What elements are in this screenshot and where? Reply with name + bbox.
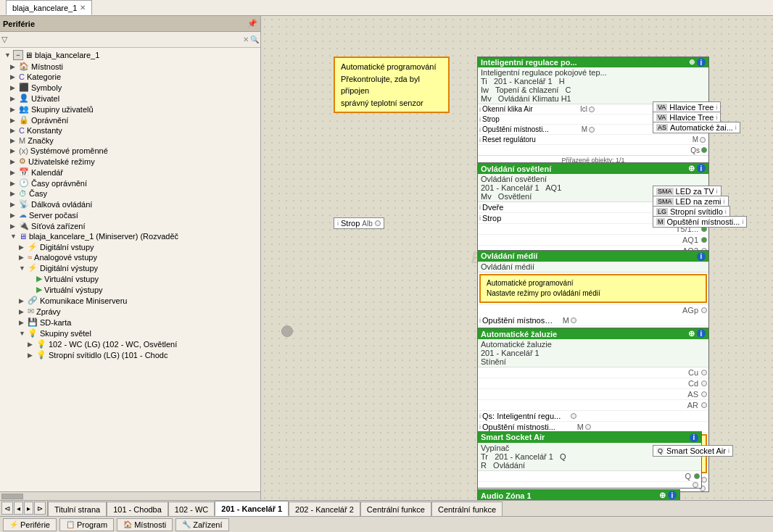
sidebar-hscroll[interactable] [0,491,260,500]
block-info-icon2[interactable]: i [697,164,706,173]
tab-nav-next[interactable]: ▸ [24,502,33,515]
sidebar-item-wc102[interactable]: ▶ 💡 102 - WC (LG) (102 - WC, Osvětlení [0,338,260,349]
expand-icon: ▶ [10,158,19,165]
sidebar-item-blajamini[interactable]: ▼ 🖥 blaja_kancelare_1 (Miniserver) (Rozv… [0,231,260,241]
item-label: 102 - WC (LG) (102 - WC, Osvětlení [49,340,177,349]
sidebar-item-opravneni[interactable]: ▶ 🔒 Oprávnění [0,115,260,125]
sidebar-item-zpravy[interactable]: ▶ ✉ Zprávy [0,306,260,317]
sidebar-item-stropsvit[interactable]: ▶ 💡 Stropní svítidlo (LG) (101 - Chodc [0,349,260,360]
sidebar-item-symboly[interactable]: ▶ ⬛ Symboly [0,82,260,93]
bottom-tab-list: Titulní strana 101 - Chodba 102 - WC 201… [48,500,503,516]
sidebar-item-uzrezimy[interactable]: ▶ ⚙ Uživatelské režimy [0,156,260,167]
tab-centralni1[interactable]: Centrální funkce [360,502,431,516]
sidebar-item-casy[interactable]: ▶ ⏱ Časy [0,188,260,199]
sidebar-item-sys[interactable]: ▶ (x) Systémové proměnné [0,146,260,156]
canvas-scroll-handle[interactable] [281,325,293,337]
tab-chodba[interactable]: 101 - Chodba [107,502,168,516]
tree-item-root[interactable]: ▼ − 🖥 blaja_kancelare_1 [0,49,260,61]
clock-icon: 🕐 [19,178,29,188]
block-info-icon6[interactable]: i [668,491,677,499]
status-btn-program[interactable]: 📋 Program [59,518,114,531]
expand-icon: ▶ [10,201,19,208]
item-label: Skupiny světel [40,329,91,338]
comm-icon: 🔗 [28,296,38,305]
sidebar-item-skupsvitidel[interactable]: ▼ 💡 Skupiny světel [0,328,260,338]
tab-close-icon[interactable]: ✕ [80,4,86,12]
sidebar-item-uzivatel[interactable]: ▶ 👤 Uživatel [0,93,260,104]
sidebar-item-virtin[interactable]: ▶ Virtuální vstupy [0,273,260,284]
periferie-label: Periférie [20,520,50,529]
sidebar-item-casyopr[interactable]: ▶ 🕐 Časy oprávnění [0,178,260,188]
item-label: Značky [28,136,53,145]
block-strop-alb: i Strop Alb [334,217,384,229]
block-info-icon[interactable]: i [697,58,706,67]
item-label: Konstanty [27,126,62,135]
item-label: Kalendář [31,168,63,177]
search-icon[interactable]: 🔍 [250,36,259,43]
status-btn-mistnosti[interactable]: 🏠 Místnosti [117,518,173,531]
digin-icon: ⚡ [28,242,38,252]
block-add-icon3[interactable]: ⊕ [688,329,695,338]
messages-icon: ✉ [28,307,34,316]
item-label: Systémové proměnné [30,146,108,155]
expand-icon: ▶ [10,84,19,91]
tab-centralni2[interactable]: Centrální funkce [431,502,503,516]
sidebar-item-konstanty[interactable]: ▶ C Konstanty [0,125,260,136]
tab-nav-last[interactable]: ⊳ [34,502,46,515]
sidebar-header: Periférie 📌 [0,16,260,32]
sidebar-item-anain[interactable]: ▶ ≈ Analogové vstupy [0,252,260,262]
sidebar-item-sd[interactable]: ▶ 💾 SD-karta [0,317,260,328]
sidebar-item-sitova[interactable]: ▶ 🔌 Síťová zařízení [0,220,260,231]
rooms-icon: 🏠 [19,62,29,71]
expand-icon: ▶ [10,63,19,70]
sidebar-item-kategorie[interactable]: ▶ C Kategorie [0,72,260,82]
item-label: Stropní svítidlo (LG) (101 - Chodc [49,351,168,359]
tab-nav-first[interactable]: ⊲ [1,502,13,515]
block-info-icon5[interactable]: i [690,433,698,442]
sidebar-item-digin[interactable]: ▶ ⚡ Digitální vstupy [0,241,260,252]
block-subinfo-media: Ovládání médií [478,262,708,273]
sidebar-item-server[interactable]: ▶ ☁ Server počasí [0,209,260,220]
sidebar-item-znacky[interactable]: ▶ M Značky [0,136,260,146]
sidebar-item-mistnosti[interactable]: ▶ 🏠 Místnosti [0,61,260,72]
block-add-icon2[interactable]: ⊕ [688,164,695,173]
computer-icon: 🖥 [25,51,33,59]
sidebar-item-comm[interactable]: ▶ 🔗 Komunikace Miniserveru [0,295,260,306]
item-label: Oprávnění [31,116,68,125]
pin-icon: 📌 [247,19,257,28]
miniserver-icon: 🖥 [19,232,27,241]
filter-icon: ▽ [1,35,7,44]
tab-blaja[interactable]: blaja_kancelare_1 ✕ [6,0,92,15]
out-m-opust: M Opuštění místnosti... i [653,216,747,228]
tab-nav-prev[interactable]: ◂ [14,502,23,515]
status-btn-zarizeni[interactable]: 🔧 Zařízení [175,518,228,531]
expand-root-icon: ▼ [4,51,13,59]
block-info-icon4[interactable]: i [697,329,706,338]
light2-icon: 💡 [36,350,46,359]
sidebar-item-kalendar[interactable]: ▶ 📅 Kalendář [0,167,260,178]
user-icon: 👤 [19,93,29,103]
tab-wc[interactable]: 102 - WC [168,502,215,516]
status-bar: ⚡ Periférie 📋 Program 🏠 Místnosti 🔧 Zaří… [0,516,773,532]
item-label: Komunikace Miniserveru [40,296,127,305]
sidebar-item-dalkove[interactable]: ▶ 📡 Dálková ovládání [0,199,260,209]
tab-titulni[interactable]: Titulní strana [48,502,107,516]
sidebar-item-virtout[interactable]: ▶ Virtuální výstupy [0,284,260,295]
clear-filter-icon[interactable]: ✕ [243,36,249,43]
item-label: Síťová zařízení [31,222,85,230]
sidebar-item-skupiny[interactable]: ▶ 👥 Skupiny uživatelů [0,104,260,115]
sidebar-item-digout[interactable]: ▼ ⚡ Digitální výstupy [0,262,260,273]
tab-kancelar202[interactable]: 202 - Kancelář 2 [289,502,360,516]
tab-kancelar201[interactable]: 201 - Kancelář 1 [215,501,289,516]
block-info-icon3[interactable]: i [697,252,706,261]
block-add-icon[interactable]: ⊕ [689,58,695,67]
block-add-icon4[interactable]: ⊕ [659,491,666,500]
status-btn-periferie[interactable]: ⚡ Periférie [3,518,57,531]
block-header-smart: Smart Socket Air i [478,432,701,443]
usermode-icon: ⚙ [19,157,26,166]
bottom-area: ⊲ ◂ ▸ ⊳ Titulní strana 101 - Chodba 102 … [0,500,773,516]
block-subinfo-intelligentni: Inteligentní regulace pokojové tep... Ti… [478,67,708,104]
item-label: Virtuální vstupy [44,275,99,283]
block-header-zaluzie: Automatické žaluzie ⊕ i [478,328,708,339]
expand-icon: ▶ [10,117,19,124]
